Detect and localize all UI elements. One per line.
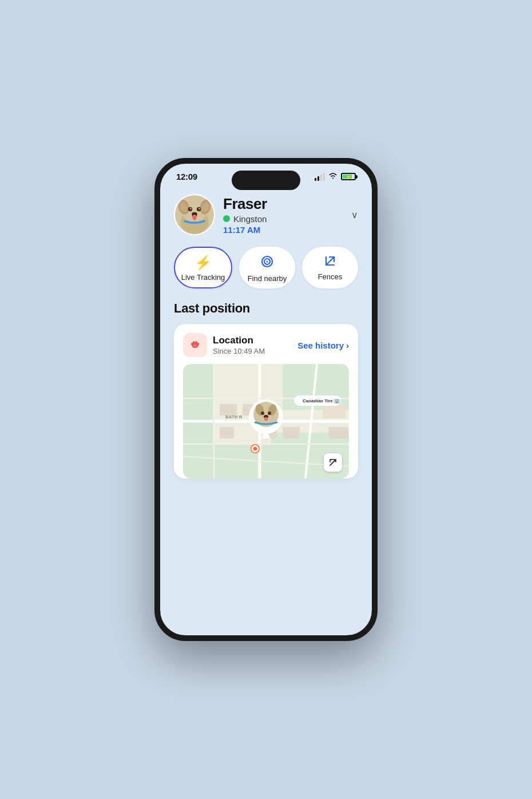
svg-rect-38 [220,427,234,438]
svg-rect-42 [328,427,348,438]
location-dot [223,215,230,222]
svg-rect-40 [283,427,300,438]
card-subtitle: Since 10:49 AM [213,347,265,355]
wifi-icon [328,172,338,181]
find-nearby-label: Find nearby [248,274,287,283]
expand-icon [324,255,336,269]
expand-map-button[interactable] [324,453,342,472]
svg-point-56 [252,446,258,452]
svg-text:Canadian Tire 🏢: Canadian Tire 🏢 [303,398,340,404]
phone-frame: 12:09 ⚡ [154,158,378,641]
live-tracking-button[interactable]: ⚡ Live Tracking [174,247,232,288]
fences-button[interactable]: Fences [302,247,358,288]
pet-location-row: Kingston [223,214,351,224]
svg-point-18 [193,344,197,347]
svg-point-9 [190,208,192,209]
pet-info: Fraser Kingston 11:17 AM [223,195,351,235]
status-icons: ⚡ [315,172,356,181]
dynamic-island [232,171,300,190]
live-tracking-label: Live Tracking [181,273,225,282]
signal-icon [315,173,325,181]
svg-point-21 [193,341,195,344]
svg-point-54 [264,417,268,421]
svg-rect-35 [220,404,237,416]
pet-city: Kingston [233,214,267,224]
svg-point-52 [268,412,271,415]
svg-point-22 [195,341,197,344]
svg-rect-41 [323,404,346,418]
card-header: Location Since 10:49 AM See history › [183,333,349,357]
section-title: Last position [174,301,358,316]
paw-icon [189,338,201,353]
pet-header: Fraser Kingston 11:17 AM ∨ [174,189,358,235]
find-nearby-button[interactable]: Find nearby [239,247,295,288]
status-time: 12:09 [176,172,197,181]
action-buttons: ⚡ Live Tracking Find nearby [174,247,358,288]
fences-label: Fences [318,272,343,281]
svg-point-16 [267,261,268,263]
avatar [174,194,215,235]
svg-point-10 [198,208,200,209]
svg-text:BATH R: BATH R [225,414,243,420]
location-card: Location Since 10:49 AM See history › [174,324,358,478]
map-container[interactable]: BATH R Canadian Tire 🏢 [183,364,349,478]
pet-name: Fraser [223,195,351,213]
card-text: Location Since 10:49 AM [213,335,265,355]
see-history-button[interactable]: See history › [297,341,349,350]
phone-inner: 12:09 ⚡ [160,164,372,635]
main-content: Fraser Kingston 11:17 AM ∨ ⚡ Live Tracki… [160,184,372,478]
card-title: Location [213,335,265,346]
target-icon [260,255,274,271]
svg-point-51 [261,412,264,415]
chevron-right-icon: › [346,341,349,350]
pet-time: 11:17 AM [223,225,351,235]
lightning-icon: ⚡ [194,256,212,270]
paw-icon-wrap [183,333,207,357]
battery-icon: ⚡ [341,173,356,180]
chevron-down-icon[interactable]: ∨ [351,209,358,220]
see-history-label: See history [297,341,344,350]
